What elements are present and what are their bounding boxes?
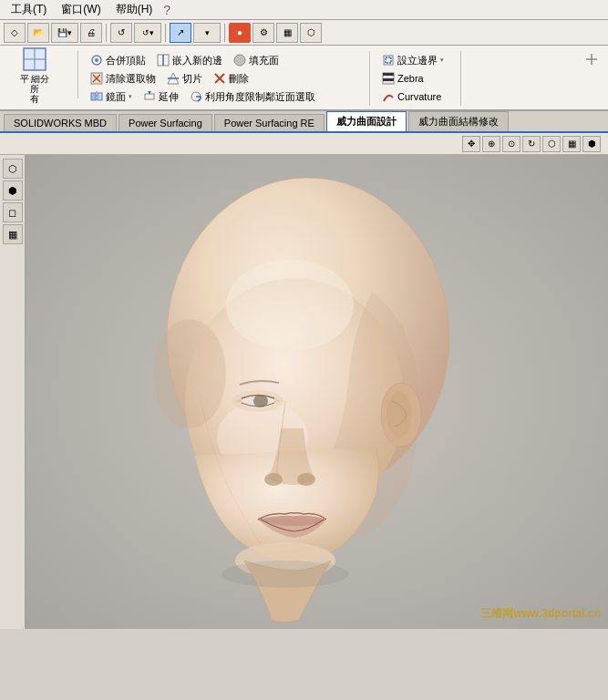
extend-icon	[143, 90, 156, 103]
help-icon: ?	[163, 3, 170, 17]
zebra-icon	[382, 72, 395, 85]
view-persp-btn[interactable]: ⬢	[582, 136, 601, 152]
curvature-icon	[382, 90, 395, 103]
undo-btn[interactable]: ↺	[110, 23, 132, 43]
tab-weili-modify[interactable]: 威力曲面結構修改	[408, 111, 509, 131]
extend-label: 延伸	[159, 90, 179, 104]
view-shaded-btn[interactable]: ⬡	[542, 136, 561, 152]
sep3	[224, 24, 225, 42]
undo-dropdown[interactable]: ↺▾	[134, 23, 161, 43]
ribbon-group-analysis: 設立邊界 ▾ Zebra	[370, 51, 461, 106]
subdivide-all-btn[interactable]: 平 細分所有	[13, 51, 57, 98]
view-zoom-btn[interactable]: ⊕	[482, 136, 500, 152]
svg-point-42	[297, 473, 315, 486]
viewport[interactable]: 三维网www.3dportal.cn	[26, 155, 608, 629]
subdivide-label: 平 細分所有	[15, 74, 54, 104]
menu-window[interactable]: 窗口(W)	[54, 0, 108, 19]
ribbon-group-ops: 合併頂貼 嵌入新的邊 填充面	[78, 51, 370, 106]
watermark: 三维网www.3dportal.cn	[480, 606, 601, 622]
save-dropdown[interactable]: 💾▾	[51, 23, 78, 43]
boundary-label: 設立邊界	[397, 54, 438, 67]
ribbon-far-right	[581, 51, 603, 67]
svg-point-7	[234, 55, 245, 66]
clear-selection-btn[interactable]: 清除選取物	[86, 70, 160, 87]
ribbon-area: 平 細分所有 合併頂貼 嵌入新的邊	[0, 46, 608, 111]
fill-face-icon	[233, 54, 246, 67]
split-btn[interactable]: ⬡	[300, 23, 322, 43]
tab-power-surfacing[interactable]: Power Surfacing	[119, 114, 212, 131]
menu-help[interactable]: 帮助(H)	[108, 0, 160, 19]
merge-vertices-btn[interactable]: 合併頂貼	[86, 52, 150, 68]
insert-edge-icon	[157, 54, 170, 67]
tab-solidworks-mbd[interactable]: SOLIDWORKS MBD	[4, 114, 117, 131]
svg-point-44	[222, 561, 349, 588]
merge-icon	[90, 54, 103, 67]
3d-btn[interactable]: ●	[229, 23, 251, 43]
analysis-row2: Zebra	[377, 69, 453, 88]
svg-rect-25	[383, 73, 394, 76]
slice-icon	[167, 72, 180, 85]
curvature-btn[interactable]: Curvature	[377, 88, 446, 105]
menu-bar: 工具(T) 窗口(W) 帮助(H) ?	[0, 0, 608, 20]
left-panel: ⬡ ⬢ ◻ ▦	[0, 155, 26, 629]
ribbon-group-subzone: 平 細分所有	[5, 51, 78, 98]
mirror-label: 鏡面	[106, 90, 126, 104]
left-btn-2[interactable]: ⬢	[3, 180, 23, 201]
ribbon-row1: 合併頂貼 嵌入新的邊 填充面	[86, 51, 362, 69]
toolbar-row1: ◇ 📂 💾▾ 🖨 ↺ ↺▾ ↗ ▾ ● ⚙ ▦ ⬡	[0, 20, 608, 46]
sep1	[106, 24, 107, 42]
mirror-icon	[90, 90, 103, 103]
clear-icon	[90, 72, 103, 85]
tab-weili-design[interactable]: 威力曲面設計	[326, 111, 407, 131]
select-btn[interactable]: ↗	[170, 23, 191, 43]
insert-edge-btn[interactable]: 嵌入新的邊	[152, 52, 227, 68]
delete-label: 刪除	[229, 72, 249, 86]
fill-face-label: 填充面	[249, 54, 279, 67]
tab-bar: SOLIDWORKS MBD Power Surfacing Power Sur…	[0, 111, 608, 133]
fill-face-btn[interactable]: 填充面	[229, 52, 283, 68]
svg-rect-23	[386, 57, 391, 63]
svg-rect-15	[91, 93, 96, 100]
slice-btn[interactable]: 切片	[162, 70, 207, 87]
svg-point-34	[153, 319, 226, 428]
svg-point-36	[386, 392, 412, 438]
menu-tools[interactable]: 工具(T)	[4, 0, 54, 19]
angle-select-label: 利用角度限制鄰近面選取	[205, 90, 315, 104]
svg-rect-26	[383, 78, 394, 81]
left-btn-4[interactable]: ▦	[3, 224, 23, 244]
select-dropdown[interactable]: ▾	[193, 23, 221, 43]
settings-btn[interactable]: ⚙	[252, 23, 274, 43]
svg-rect-18	[145, 94, 154, 99]
boundary-arrow: ▾	[440, 57, 444, 64]
analysis-row3: Curvature	[377, 88, 453, 106]
view-btn2[interactable]: ▦	[276, 23, 298, 43]
ribbon-row3: 鏡面 ▾ 延伸 利用角度限制鄰近面選取	[86, 88, 362, 106]
view-rotate-btn[interactable]: ↻	[522, 136, 541, 152]
left-btn-1[interactable]: ⬡	[3, 159, 23, 179]
ribbon-row2: 清除選取物 切片 刪除	[86, 69, 362, 88]
svg-point-43	[247, 301, 311, 346]
viewport-area: ⬡ ⬢ ◻ ▦	[0, 155, 608, 629]
new-btn[interactable]: ◇	[4, 23, 26, 43]
delete-btn[interactable]: 刪除	[209, 70, 253, 87]
delete-icon	[213, 72, 226, 85]
extend-btn[interactable]: 延伸	[139, 88, 183, 105]
view-move-btn[interactable]: ✥	[462, 136, 480, 152]
view-zoombox-btn[interactable]: ⊙	[502, 136, 520, 152]
view-toolbar: ✥ ⊕ ⊙ ↻ ⬡ ▦ ⬢	[0, 133, 608, 155]
left-btn-3[interactable]: ◻	[3, 202, 23, 222]
head-model-svg	[26, 155, 608, 629]
tab-power-surfacing-re[interactable]: Power Surfacing RE	[214, 114, 325, 131]
insert-edge-label: 嵌入新的邊	[172, 54, 222, 67]
mirror-btn[interactable]: 鏡面 ▾	[86, 88, 137, 105]
zebra-btn[interactable]: Zebra	[377, 70, 428, 87]
angle-select-btn[interactable]: 利用角度限制鄰近面選取	[185, 88, 320, 105]
open-btn[interactable]: 📂	[27, 23, 49, 43]
angle-icon	[190, 90, 202, 103]
boundary-btn[interactable]: 設立邊界 ▾	[377, 52, 448, 68]
ribbon-extra-btn[interactable]	[581, 51, 603, 67]
view-wire-btn[interactable]: ▦	[562, 136, 581, 152]
svg-point-41	[264, 473, 283, 486]
print-btn[interactable]: 🖨	[80, 23, 102, 43]
clear-label: 清除選取物	[106, 72, 156, 86]
